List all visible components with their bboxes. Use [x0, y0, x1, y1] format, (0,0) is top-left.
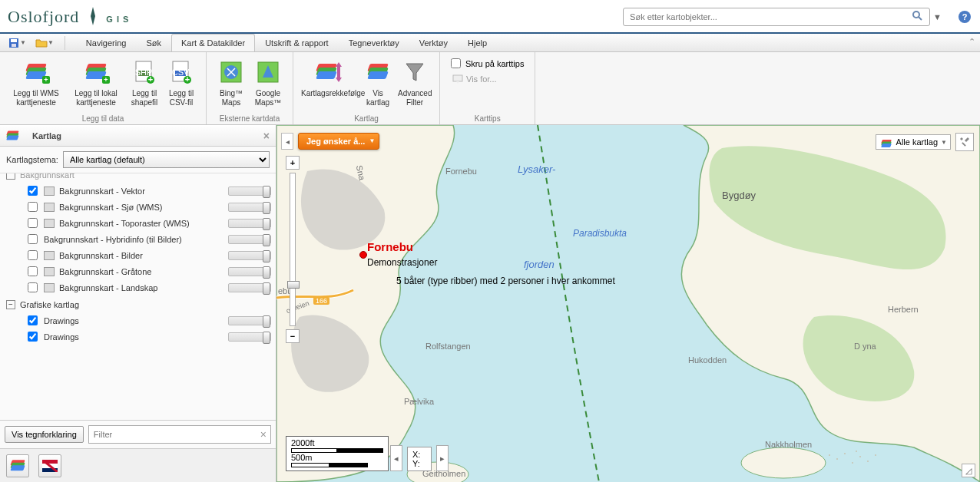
help-icon[interactable]: ? — [958, 11, 971, 23]
ribbon-toolbar: + Legg til WMS karttjeneste + Legg til l… — [0, 52, 980, 125]
panel-collapse-arrow-icon[interactable]: ◂ — [281, 133, 293, 150]
panel-header: Kartlag × — [0, 125, 276, 147]
place-label: Fornebu — [445, 167, 477, 176]
opacity-slider[interactable] — [228, 203, 271, 212]
add-wms-service-button[interactable]: + Legg til WMS karttjeneste — [6, 55, 66, 109]
legend-button[interactable]: Vis tegnforklaring — [5, 426, 84, 443]
add-csv-button[interactable]: CSV+ Legg til CSV-fil — [163, 55, 200, 109]
layer-checkbox[interactable] — [28, 234, 38, 244]
panel-bottom-toolbar — [0, 448, 276, 482]
opacity-slider[interactable] — [228, 235, 271, 244]
layer-checkbox[interactable] — [28, 186, 38, 196]
theme-select[interactable]: Alle kartlag (default) — [63, 151, 270, 168]
vis-for-link[interactable]: Vis for... — [446, 71, 503, 87]
layer-checkbox[interactable] — [28, 218, 38, 228]
layer-item: Drawings — [5, 312, 271, 328]
layer-tree[interactable]: Bakgrunnskart Bakgrunnskart - VektorBakg… — [0, 173, 276, 420]
tree-group-gfx[interactable]: − Grafiske kartlag — [5, 297, 271, 312]
opacity-slider[interactable] — [228, 332, 271, 342]
svg-rect-34 — [962, 142, 966, 147]
save-icon[interactable]: ▼ — [5, 35, 29, 51]
scale-prev-icon[interactable]: ◂ — [390, 445, 402, 471]
svg-text:+: + — [148, 74, 153, 84]
tab-kart-datakilder[interactable]: Kart & Datakilder — [171, 34, 255, 51]
marker-subtitle: Demonstrasjoner — [367, 257, 437, 268]
karttips-checkbox[interactable] — [451, 58, 461, 68]
layer-item: Bakgrunnskart - Landskap — [5, 279, 271, 295]
scale-next-icon[interactable]: ▸ — [436, 445, 449, 471]
tab-sok[interactable]: Søk — [136, 34, 171, 51]
tree-group-bg[interactable]: Bakgrunnskart — [5, 173, 271, 183]
search-dropdown[interactable]: ▼ — [933, 12, 942, 21]
layer-filter-input[interactable] — [88, 425, 271, 444]
i-want-to-button[interactable]: Jeg ønsker å... — [298, 133, 379, 150]
layer-checkbox[interactable] — [28, 315, 38, 325]
ribbon-group-label: Karttips — [446, 114, 528, 123]
zoom-in-button[interactable]: + — [286, 156, 300, 170]
opacity-slider[interactable] — [228, 187, 271, 196]
map-canvas[interactable]: Fornebu ebu Sna oyveien 166 Lysaker- fjo… — [276, 125, 980, 482]
zoom-slider-track[interactable] — [290, 173, 296, 326]
water-label: Lysaker- — [518, 163, 555, 175]
svg-text:+: + — [185, 74, 190, 84]
tools-icon[interactable] — [955, 133, 974, 151]
collapse-ribbon-icon[interactable]: ⌃ — [968, 37, 975, 47]
panel-title: Kartlag — [32, 131, 61, 140]
all-layers-dropdown[interactable]: Alle kartlag — [876, 134, 951, 150]
advanced-filter-button[interactable]: Advanced Filter — [396, 55, 433, 109]
ribbon-group-label: Eksterne kartdata — [213, 114, 286, 123]
google-maps-button[interactable]: Google Maps™ — [250, 55, 286, 109]
tab-utskrift[interactable]: Utskrift & rapport — [255, 34, 339, 51]
clear-filter-icon[interactable]: × — [260, 428, 267, 441]
layer-item: Bakgrunnskart - Vektor — [5, 183, 271, 199]
theme-row: Kartlagstema: Alle kartlag (default) — [0, 147, 276, 173]
zoom-out-button[interactable]: − — [286, 329, 300, 343]
opacity-slider[interactable] — [228, 316, 271, 325]
quick-access-bar: ▼ ▼ Navigering Søk Kart & Datakilder Uts… — [0, 34, 980, 52]
ribbon-group-eksterne: Bing™ Maps Google Maps™ Eksterne kartdat… — [207, 52, 293, 124]
zoom-slider-thumb[interactable] — [287, 281, 300, 289]
karttips-checkbox-row[interactable]: Skru på karttips — [446, 55, 528, 71]
layer-checkbox[interactable] — [28, 332, 38, 342]
opacity-slider[interactable] — [228, 251, 271, 260]
opacity-slider[interactable] — [228, 283, 271, 292]
search-input[interactable] — [623, 8, 930, 26]
global-search: ▼ — [623, 8, 942, 26]
add-local-service-button[interactable]: + Legg til lokal karttjeneste — [66, 55, 126, 109]
collapse-icon[interactable]: − — [6, 300, 15, 309]
opacity-slider[interactable] — [228, 219, 271, 228]
panel-close-icon[interactable]: × — [263, 130, 270, 142]
theme-label: Kartlagstema: — [6, 155, 58, 164]
place-label: Hukodden — [688, 355, 727, 365]
layer-checkbox[interactable] — [28, 266, 38, 276]
bing-maps-button[interactable]: Bing™ Maps — [213, 55, 250, 109]
add-shapefile-button[interactable]: SHP+ Legg til shapefil — [126, 55, 163, 109]
layer-label: Bakgrunnskart - Bilder — [59, 251, 223, 260]
show-layers-button[interactable]: Vis kartlag — [359, 55, 396, 109]
map-marker[interactable] — [359, 251, 367, 259]
layer-checkbox[interactable] — [28, 202, 38, 212]
tab-hjelp[interactable]: Hjelp — [458, 34, 497, 51]
ribbon-group-label: Legg til data — [6, 114, 200, 123]
tab-verktoy[interactable]: Verktøy — [409, 34, 458, 51]
layers-tool-icon[interactable] — [6, 454, 29, 477]
svg-point-0 — [913, 12, 919, 18]
layer-checkbox[interactable] — [28, 282, 38, 292]
collapse-icon[interactable] — [6, 173, 15, 180]
top-bar: Oslofjord G I S ▼ ? — [0, 0, 980, 34]
tab-navigering[interactable]: Navigering — [76, 34, 137, 51]
svg-point-32 — [875, 454, 876, 456]
tab-tegneverktoy[interactable]: Tegneverktøy — [339, 34, 409, 51]
svg-point-30 — [859, 456, 861, 457]
search-button[interactable] — [910, 9, 925, 25]
place-label: Bygdøy — [722, 190, 756, 201]
open-folder-icon[interactable]: ▼ — [32, 35, 57, 51]
coordinate-display: X: Y: — [407, 447, 432, 471]
layer-order-button[interactable]: Kartlagsrekkefølge — [300, 55, 359, 109]
zoom-control: + − — [284, 156, 301, 355]
flag-tool-icon[interactable] — [38, 454, 61, 477]
layer-checkbox[interactable] — [28, 250, 38, 260]
overview-toggle-icon[interactable]: ◿ — [962, 464, 975, 477]
opacity-slider[interactable] — [228, 267, 271, 276]
svg-point-31 — [867, 461, 869, 462]
